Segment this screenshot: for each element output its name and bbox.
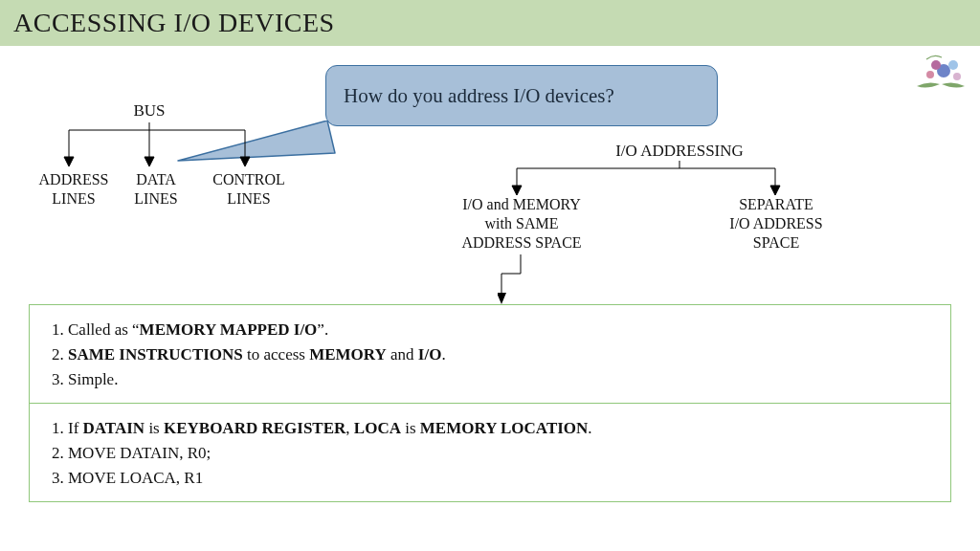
text: and	[387, 345, 418, 364]
bus-leaf-address-lines: ADDRESS LINES	[31, 170, 117, 209]
svg-point-1	[931, 60, 941, 70]
drop-arrow-icon	[498, 254, 555, 306]
text: DATA	[136, 171, 175, 187]
svg-point-3	[926, 71, 934, 78]
text: SEPARATE	[739, 196, 813, 212]
bus-leaf-data-lines: DATA LINES	[122, 170, 189, 209]
io-leaf-separate-address-space: SEPARATE I/O ADDRESS SPACE	[695, 195, 858, 253]
list-item: Simple.	[68, 370, 933, 389]
bus-leaf-control-lines: CONTROL LINES	[201, 170, 297, 209]
text: with SAME	[485, 215, 559, 231]
text: Called as “	[68, 320, 140, 339]
list-item: MOVE DATAIN, R0;	[68, 444, 933, 463]
list-item: Called as “MEMORY MAPPED I/O”.	[68, 320, 933, 340]
text: LINES	[227, 190, 270, 207]
text-bold: KEYBOARD REGISTER	[164, 419, 345, 437]
text: .	[441, 345, 445, 364]
text: CONTROL	[212, 171, 285, 187]
text-bold: SAME INSTRUCTIONS	[68, 345, 243, 364]
slide-header: ACCESSING I/O DEVICES	[0, 0, 980, 46]
callout-text: How do you address I/O devices?	[344, 84, 614, 108]
svg-point-4	[953, 73, 961, 80]
text: ADDRESS SPACE	[461, 234, 581, 251]
text: .	[588, 419, 591, 437]
question-callout: How do you address I/O devices?	[325, 65, 718, 126]
list-b: If DATAIN is KEYBOARD REGISTER, LOCA is …	[47, 419, 933, 488]
list-item: If DATAIN is KEYBOARD REGISTER, LOCA is …	[68, 419, 933, 438]
svg-marker-13	[240, 157, 250, 166]
text: is	[401, 419, 420, 437]
text: SPACE	[753, 234, 799, 251]
svg-marker-19	[770, 186, 780, 195]
text-bold: MEMORY LOCATION	[420, 419, 589, 437]
svg-point-2	[948, 60, 958, 70]
text-bold: MEMORY MAPPED I/O	[140, 320, 318, 339]
io-leaf-same-address-space: I/O and MEMORY with SAME ADDRESS SPACE	[431, 195, 612, 253]
slide-title: ACCESSING I/O DEVICES	[13, 8, 335, 38]
info-box-example: If DATAIN is KEYBOARD REGISTER, LOCA is …	[30, 404, 950, 501]
svg-marker-20	[498, 293, 506, 304]
text: MOVE DATAIN, R0;	[68, 444, 211, 462]
text: ,	[345, 419, 354, 437]
info-boxes: Called as “MEMORY MAPPED I/O”. SAME INST…	[29, 304, 951, 502]
list-item: MOVE LOACA, R1	[68, 469, 933, 488]
text-bold: DATAIN	[83, 419, 145, 437]
info-box-memory-mapped: Called as “MEMORY MAPPED I/O”. SAME INST…	[30, 305, 950, 404]
list-a: Called as “MEMORY MAPPED I/O”. SAME INST…	[47, 320, 933, 389]
floral-decoration-icon	[907, 52, 974, 96]
text: Simple.	[68, 370, 118, 388]
text: is	[145, 419, 164, 437]
text: ADDRESS	[39, 171, 109, 187]
text: LINES	[134, 190, 177, 207]
io-addressing-root-label: I/O ADDRESSING	[574, 142, 785, 161]
slide-body: How do you address I/O devices? BUS ADDR…	[0, 46, 980, 551]
text: LINES	[52, 190, 95, 207]
io-addressing-tree-connector	[450, 161, 852, 199]
svg-marker-17	[512, 186, 522, 195]
text-bold: LOCA	[354, 419, 401, 437]
text: If	[68, 419, 83, 437]
bus-root-label: BUS	[121, 101, 178, 121]
svg-marker-11	[145, 157, 154, 166]
list-item: SAME INSTRUCTIONS to access MEMORY and I…	[68, 345, 933, 364]
svg-marker-9	[64, 157, 74, 166]
text: MOVE LOACA, R1	[68, 469, 203, 487]
text: to access	[243, 345, 309, 364]
bus-tree-connector	[27, 121, 285, 172]
text: I/O and MEMORY	[462, 196, 581, 212]
text-bold: I/O	[418, 345, 442, 364]
text: I/O ADDRESS	[729, 215, 822, 231]
text: ”.	[317, 320, 328, 339]
text-bold: MEMORY	[309, 345, 387, 364]
